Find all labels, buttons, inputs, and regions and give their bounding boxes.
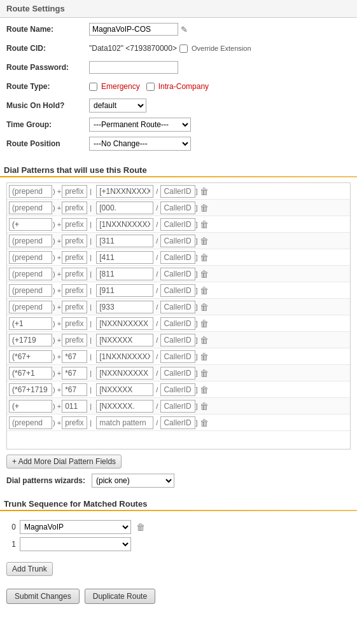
dp-prefix-input[interactable] <box>62 235 87 247</box>
dp-prefix-input[interactable] <box>62 383 87 396</box>
dp-callerid-input[interactable] <box>160 383 195 396</box>
dp-prepend-input[interactable] <box>9 367 52 380</box>
route-password-input[interactable] <box>89 61 178 74</box>
dp-delete-button[interactable]: 🗑 <box>199 270 210 278</box>
dp-prefix-input[interactable] <box>62 218 87 231</box>
time-group-select[interactable]: ---Permanent Route--- <box>89 118 191 132</box>
dp-delete-button[interactable]: 🗑 <box>199 336 210 345</box>
dp-delete-button[interactable]: 🗑 <box>199 319 210 328</box>
dp-callerid-input[interactable] <box>160 416 195 429</box>
submit-changes-button[interactable]: Submit Changes <box>6 589 80 604</box>
dp-prefix-input[interactable] <box>62 251 87 264</box>
dp-callerid-input[interactable] <box>160 317 195 330</box>
dp-delete-button[interactable]: 🗑 <box>199 402 210 411</box>
dp-prepend-input[interactable] <box>9 416 52 429</box>
dp-prepend-input[interactable] <box>9 317 52 330</box>
add-trunk-button[interactable]: Add Trunk <box>6 562 53 576</box>
dp-callerid-input[interactable] <box>160 334 195 346</box>
trunk-select[interactable]: MagnaVoIP <box>20 520 131 534</box>
dp-delete-button[interactable]: 🗑 <box>199 253 210 262</box>
dp-prepend-input[interactable] <box>9 400 52 413</box>
dp-delete-button[interactable]: 🗑 <box>199 187 210 196</box>
dp-prepend-input[interactable] <box>9 334 52 346</box>
dp-callerid-input[interactable] <box>160 367 195 380</box>
page-header: Route Settings <box>0 0 357 18</box>
route-type-label: Route Type: <box>6 82 89 91</box>
dp-callerid-input[interactable] <box>160 268 195 280</box>
dp-prefix-input[interactable] <box>62 202 87 214</box>
route-name-input[interactable] <box>89 23 178 36</box>
dp-pattern-input[interactable] <box>96 218 153 231</box>
dp-callerid-input[interactable] <box>160 218 195 231</box>
dp-pattern-input[interactable] <box>96 251 153 264</box>
dp-callerid-input[interactable] <box>160 284 195 297</box>
dp-prefix-input[interactable] <box>62 268 87 280</box>
dp-pattern-input[interactable] <box>96 383 153 396</box>
dp-prepend-input[interactable] <box>9 235 52 247</box>
emergency-checkbox[interactable] <box>89 83 97 91</box>
dp-prefix-input[interactable] <box>62 301 87 313</box>
dp-prefix-input[interactable] <box>62 317 87 330</box>
dp-prepend-input[interactable] <box>9 284 52 297</box>
dp-pattern-input[interactable] <box>96 284 153 297</box>
dp-plus: ) + <box>53 270 61 278</box>
dp-delete-button[interactable]: 🗑 <box>199 203 210 212</box>
moh-select[interactable]: default <box>89 99 146 113</box>
dp-pattern-input[interactable] <box>96 400 153 413</box>
trunk-delete-button[interactable]: 🗑 <box>135 522 146 532</box>
moh-control: default <box>89 99 146 113</box>
dp-pattern-input[interactable] <box>96 202 153 214</box>
add-more-dial-patterns-button[interactable]: + Add More Dial Pattern Fields <box>6 455 122 469</box>
trunk-select[interactable] <box>20 537 131 551</box>
dp-prepend-input[interactable] <box>9 202 52 214</box>
dp-pipe: | <box>88 419 94 427</box>
dp-delete-button[interactable]: 🗑 <box>199 352 210 361</box>
dp-delete-button[interactable]: 🗑 <box>199 236 210 245</box>
dp-callerid-input[interactable] <box>160 185 195 198</box>
dp-callerid-input[interactable] <box>160 350 195 363</box>
dial-patterns-container[interactable]: ) + | / ] 🗑 ) + | / ] 🗑 ) + | / ] 🗑 ) <box>6 182 351 449</box>
dp-delete-button[interactable]: 🗑 <box>199 369 210 378</box>
dp-prepend-input[interactable] <box>9 185 52 198</box>
dp-pattern-input[interactable] <box>96 301 153 313</box>
dp-delete-button[interactable]: 🗑 <box>199 286 210 295</box>
dp-pattern-input[interactable] <box>96 235 153 247</box>
dp-pattern-input[interactable] <box>96 350 153 363</box>
dp-prepend-input[interactable] <box>9 251 52 264</box>
dp-prefix-input[interactable] <box>62 350 87 363</box>
dp-prefix-input[interactable] <box>62 334 87 346</box>
dp-callerid-input[interactable] <box>160 400 195 413</box>
dp-prefix-input[interactable] <box>62 400 87 413</box>
dp-delete-button[interactable]: 🗑 <box>199 303 210 312</box>
dp-pattern-input[interactable] <box>96 185 153 198</box>
dp-delete-button[interactable]: 🗑 <box>199 385 210 394</box>
dp-prepend-input[interactable] <box>9 218 52 231</box>
dp-pattern-input[interactable] <box>96 268 153 280</box>
dp-pattern-input[interactable] <box>96 317 153 330</box>
route-position-select[interactable]: ---No Change--- <box>89 137 191 151</box>
dp-prepend-input[interactable] <box>9 268 52 280</box>
dp-bracket-close: ] <box>195 270 197 278</box>
dp-delete-button[interactable]: 🗑 <box>199 418 210 427</box>
dp-plus: ) + <box>53 204 61 212</box>
dp-prefix-input[interactable] <box>62 367 87 380</box>
dp-prepend-input[interactable] <box>9 350 52 363</box>
dp-prefix-input[interactable] <box>62 284 87 297</box>
dp-callerid-input[interactable] <box>160 301 195 313</box>
page-title: Route Settings <box>6 4 65 13</box>
dp-prefix-input[interactable] <box>62 185 87 198</box>
dp-delete-button[interactable]: 🗑 <box>199 220 210 229</box>
dp-pattern-input[interactable] <box>96 334 153 346</box>
dp-callerid-input[interactable] <box>160 251 195 264</box>
dp-prepend-input[interactable] <box>9 301 52 313</box>
dp-callerid-input[interactable] <box>160 235 195 247</box>
override-extension-checkbox[interactable] <box>179 45 188 53</box>
dp-callerid-input[interactable] <box>160 202 195 214</box>
dp-pattern-input[interactable] <box>96 416 153 429</box>
duplicate-route-button[interactable]: Duplicate Route <box>85 589 155 604</box>
dp-prepend-input[interactable] <box>9 383 52 396</box>
dp-pattern-input[interactable] <box>96 367 153 380</box>
wizard-select[interactable]: (pick one) <box>92 474 174 488</box>
dp-prefix-input[interactable] <box>62 416 87 429</box>
intra-company-checkbox[interactable] <box>146 83 155 91</box>
